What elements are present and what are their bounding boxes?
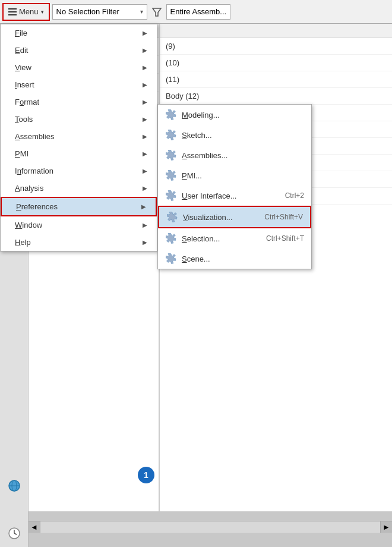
scroll-left-button[interactable]: ◄ <box>29 521 40 533</box>
menu-arrow-window: ▶ <box>143 222 147 228</box>
tree-item: (11) <box>160 71 392 88</box>
menu-item-edit[interactable]: Edit▶ <box>1 42 157 59</box>
shortcut-selection: Ctrl+Shift+T <box>266 234 304 243</box>
menu-item-label-window: Window <box>15 221 143 230</box>
menu-item-insert[interactable]: Insert▶ <box>1 76 157 93</box>
selection-filter-dropdown[interactable]: No Selection Filter ▾ <box>52 4 147 20</box>
preferences-icon <box>165 109 177 121</box>
toolbar: Menu ▾ No Selection Filter ▾ Entire Asse… <box>0 0 392 24</box>
menu-item-label-insert: Insert <box>15 80 143 89</box>
entire-assembly-dropdown[interactable]: Entire Assemb... <box>166 4 231 20</box>
menu-arrow-icon: ▾ <box>41 9 44 15</box>
menu-item-information[interactable]: Information▶ <box>1 162 157 180</box>
preferences-icon <box>165 169 177 181</box>
clock-icon-button[interactable] <box>2 522 26 545</box>
menu-item-file[interactable]: File▶ <box>1 24 157 42</box>
preferences-icon <box>165 149 177 161</box>
menu-item-label-information: Information <box>15 166 143 175</box>
menu-item-label-format: Format <box>15 98 143 106</box>
tree-item: (9) <box>160 38 392 55</box>
submenu-label-modeling: Modeling... <box>182 111 304 120</box>
menu-arrow-analysis: ▶ <box>143 185 147 191</box>
submenu-label-selection: Selection... <box>182 234 261 243</box>
preferences-icon <box>165 232 177 244</box>
submenu-item-assemblies[interactable]: Assemblies... <box>158 145 311 165</box>
horizontal-scrollbar[interactable]: ◄ ► <box>29 521 392 533</box>
menu-item-view[interactable]: View▶ <box>1 59 157 76</box>
menu-arrow-format: ▶ <box>143 99 147 105</box>
menu-arrow-assemblies: ▶ <box>143 133 147 140</box>
preferences-icon <box>165 190 177 202</box>
menu-item-help[interactable]: Help▶ <box>1 234 157 251</box>
submenu-label-pmi: PMI... <box>182 171 304 180</box>
menu-item-tools[interactable]: Tools▶ <box>1 111 157 128</box>
badge-number: 1 <box>144 470 148 480</box>
filter-arrow-icon: ▾ <box>140 8 143 15</box>
step-badge: 1 <box>138 467 154 483</box>
submenu-label-user_interface: User Interface... <box>182 191 280 200</box>
menu-item-window[interactable]: Window▶ <box>1 216 157 234</box>
submenu-item-visualization[interactable]: Visualization...Ctrl+Shift+V <box>158 206 311 228</box>
submenu-label-assemblies: Assemblies... <box>182 151 304 160</box>
submenu-item-pmi[interactable]: PMI... <box>158 165 311 186</box>
menu-item-label-preferences: Preferences <box>16 202 141 211</box>
submenu-item-modeling[interactable]: Modeling... <box>158 105 311 125</box>
preferences-icon <box>165 129 177 141</box>
submenu-label-visualization: Visualization... <box>183 213 260 222</box>
submenu-item-scene[interactable]: Scene... <box>158 249 311 269</box>
main-menu: File▶Edit▶View▶Insert▶Format▶Tools▶Assem… <box>0 24 157 252</box>
entire-assembly-label: Entire Assemb... <box>170 7 227 16</box>
preferences-icon <box>165 253 177 265</box>
submenu-label-sketch: Sketch... <box>182 131 304 140</box>
menu-item-label-pmi: PMI <box>15 149 143 158</box>
tree-item: (10) <box>160 55 392 71</box>
menu-arrow-information: ▶ <box>143 168 147 174</box>
shortcut-user_interface: Ctrl+2 <box>285 191 304 200</box>
preferences-submenu: Modeling... Sketch... Assemblies... PMI.… <box>157 104 312 269</box>
menu-label: Menu <box>19 7 39 16</box>
menu-arrow-help: ▶ <box>143 239 147 246</box>
preferences-icon <box>166 211 178 223</box>
menu-arrow-tools: ▶ <box>143 116 147 122</box>
menu-button[interactable]: Menu ▾ <box>2 3 50 21</box>
menu-arrow-edit: ▶ <box>143 47 147 54</box>
menu-arrow-file: ▶ <box>143 30 147 36</box>
submenu-item-selection[interactable]: Selection...Ctrl+Shift+T <box>158 228 311 249</box>
menu-item-preferences[interactable]: Preferences▶ <box>1 197 157 216</box>
menu-item-label-edit: Edit <box>15 46 143 55</box>
menu-item-pmi[interactable]: PMI▶ <box>1 145 157 162</box>
menu-arrow-insert: ▶ <box>143 81 147 88</box>
hamburger-icon <box>8 8 17 15</box>
submenu-item-sketch[interactable]: Sketch... <box>158 125 311 145</box>
menu-arrow-view: ▶ <box>143 64 147 71</box>
svg-marker-0 <box>153 8 161 16</box>
menu-arrow-pmi: ▶ <box>143 150 147 157</box>
menu-item-label-view: View <box>15 63 143 72</box>
menu-item-label-tools: Tools <box>15 115 143 124</box>
tree-item: Body (12) <box>160 88 392 105</box>
menu-arrow-preferences: ▶ <box>141 203 146 210</box>
menu-item-label-analysis: Analysis <box>15 184 143 193</box>
globe-icon-button[interactable] <box>2 474 26 497</box>
filter-funnel-icon[interactable] <box>150 5 164 19</box>
menu-item-format[interactable]: Format▶ <box>1 93 157 111</box>
shortcut-visualization: Ctrl+Shift+V <box>264 213 303 221</box>
filter-text: No Selection Filter <box>56 7 140 16</box>
menu-item-label-file: File <box>15 29 143 37</box>
submenu-label-scene: Scene... <box>182 254 304 263</box>
scroll-right-button[interactable]: ► <box>380 521 392 533</box>
menu-item-label-assemblies: Assemblies <box>15 132 143 141</box>
menu-item-assemblies[interactable]: Assemblies▶ <box>1 128 157 145</box>
submenu-item-user_interface[interactable]: User Interface...Ctrl+2 <box>158 186 311 206</box>
menu-item-analysis[interactable]: Analysis▶ <box>1 180 157 197</box>
menu-item-label-help: Help <box>15 238 143 247</box>
